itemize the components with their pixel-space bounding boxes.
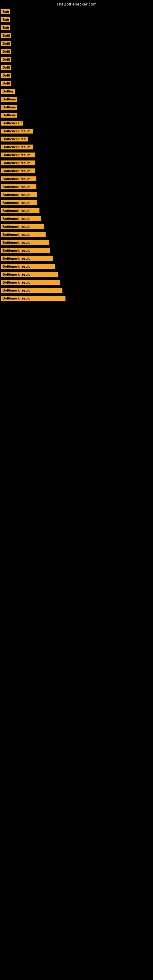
bar-label: Bottl — [1, 81, 11, 86]
bar-label: Bottler — [1, 89, 15, 94]
bar-row: Bottl — [1, 32, 153, 40]
bar-label: Bottl — [1, 33, 11, 38]
bar-label: Bottleneck result — [1, 192, 37, 197]
bar-row: Bottleneck result — [1, 262, 153, 270]
bar-row: Bottl — [1, 48, 153, 56]
bar-row: Bottleneck result — [1, 207, 153, 215]
bar-label: Bott — [1, 17, 10, 22]
bar-row: Bottleneck result — [1, 215, 153, 223]
bar-row: Bott — [1, 8, 153, 16]
bar-row: Bottleneck result — [1, 143, 153, 151]
bar-label: Bottlene — [1, 97, 17, 102]
bar-label: Bottleneck res — [1, 137, 28, 142]
bar-label: Bottleneck result — [1, 280, 60, 285]
bar-label: Bottleneck result — [1, 177, 37, 181]
bar-label: Bottleneck r — [1, 121, 23, 126]
site-title: TheBottlenecker.com — [0, 0, 153, 8]
bar-row: Bottl — [1, 79, 153, 87]
bar-row: Bottl — [1, 56, 153, 64]
bar-row: Bottleneck result — [1, 270, 153, 278]
bars-container: BottBottBottBottlBottlBottlBottlBottlBot… — [0, 8, 153, 302]
bar-row: Bottleneck result — [1, 199, 153, 207]
bar-label: Bottl — [1, 73, 11, 78]
bar-label: Bottleneck result — [1, 161, 35, 165]
bar-label: Bottleneck result — [1, 169, 35, 173]
bar-label: Bottleneck result — [1, 200, 37, 205]
bar-row: Bottler — [1, 87, 153, 95]
bar-label: Bottl — [1, 49, 11, 54]
bar-row: Bottleneck result — [1, 175, 153, 183]
bar-label: Bottleneck result — [1, 153, 35, 158]
bar-label: Bottl — [1, 57, 11, 62]
bar-label: Bottlene — [1, 105, 17, 110]
bar-label: Bottlene — [1, 113, 17, 118]
bar-label: Bottleneck result — [1, 208, 40, 213]
bar-label: Bottleneck result — [1, 185, 37, 189]
bar-row: Bottleneck result — [1, 255, 153, 262]
bar-label: Bottleneck result — [1, 288, 62, 293]
bar-row: Bottleneck r — [1, 119, 153, 127]
bar-label: Bottleneck result — [1, 248, 50, 253]
bar-row: Bottleneck res — [1, 135, 153, 143]
bar-row: Bottl — [1, 40, 153, 48]
bar-row: Bottleneck result — [1, 231, 153, 239]
bar-row: Bottl — [1, 64, 153, 72]
bar-row: Bottleneck result — [1, 151, 153, 159]
bar-row: Bott — [1, 16, 153, 24]
bar-row: Bottl — [1, 72, 153, 79]
bar-row: Bottlene — [1, 103, 153, 111]
bar-label: Bottl — [1, 41, 11, 46]
bar-label: Bottleneck result — [1, 264, 55, 269]
bar-label: Bottleneck result — [1, 232, 46, 237]
bar-label: Bottleneck result — [1, 129, 33, 134]
bar-row: Bottlene — [1, 95, 153, 103]
bar-label: Bottleneck result — [1, 224, 44, 229]
bar-label: Bottleneck result — [1, 216, 41, 221]
bar-row: Bott — [1, 24, 153, 32]
bar-row: Bottleneck result — [1, 286, 153, 294]
bar-row: Bottleneck result — [1, 239, 153, 247]
bar-label: Bott — [1, 25, 10, 30]
bar-label: Bottleneck result — [1, 145, 33, 150]
bar-row: Bottleneck result — [1, 183, 153, 191]
bar-row: Bottleneck result — [1, 294, 153, 302]
bar-row: Bottleneck result — [1, 223, 153, 231]
bar-label: Bottleneck result — [1, 256, 53, 261]
bar-label: Bottleneck result — [1, 272, 58, 277]
bar-label: Bottleneck result — [1, 296, 65, 301]
bar-row: Bottleneck result — [1, 167, 153, 175]
bar-label: Bottleneck result — [1, 240, 49, 245]
bar-row: Bottleneck result — [1, 247, 153, 255]
bar-row: Bottleneck result — [1, 159, 153, 167]
bar-row: Bottleneck result — [1, 127, 153, 135]
bar-row: Bottlene — [1, 111, 153, 119]
bar-row: Bottleneck result — [1, 191, 153, 199]
bar-label: Bott — [1, 9, 10, 14]
bar-label: Bottl — [1, 65, 11, 70]
bar-row: Bottleneck result — [1, 278, 153, 286]
